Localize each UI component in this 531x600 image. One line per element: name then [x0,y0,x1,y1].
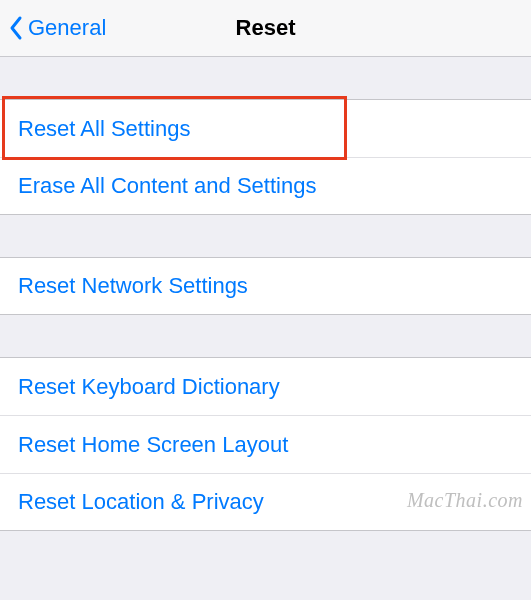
cell-label: Reset Network Settings [18,273,248,299]
reset-all-settings[interactable]: Reset All Settings [0,99,531,157]
back-label: General [28,15,106,41]
chevron-left-icon [8,15,24,41]
cell-label: Reset Location & Privacy [18,489,264,515]
settings-group-3: Reset Keyboard Dictionary Reset Home Scr… [0,357,531,531]
navbar: General Reset [0,0,531,57]
reset-network-settings[interactable]: Reset Network Settings [0,257,531,315]
settings-group-2: Reset Network Settings [0,257,531,315]
erase-all-content-and-settings[interactable]: Erase All Content and Settings [0,157,531,215]
cell-label: Erase All Content and Settings [18,173,316,199]
cell-label: Reset Home Screen Layout [18,432,288,458]
settings-group-1: Reset All Settings Erase All Content and… [0,99,531,215]
cell-label: Reset Keyboard Dictionary [18,374,280,400]
cell-label: Reset All Settings [18,116,190,142]
reset-location-and-privacy[interactable]: Reset Location & Privacy [0,473,531,531]
back-button[interactable]: General [0,15,106,41]
reset-home-screen-layout[interactable]: Reset Home Screen Layout [0,415,531,473]
reset-keyboard-dictionary[interactable]: Reset Keyboard Dictionary [0,357,531,415]
